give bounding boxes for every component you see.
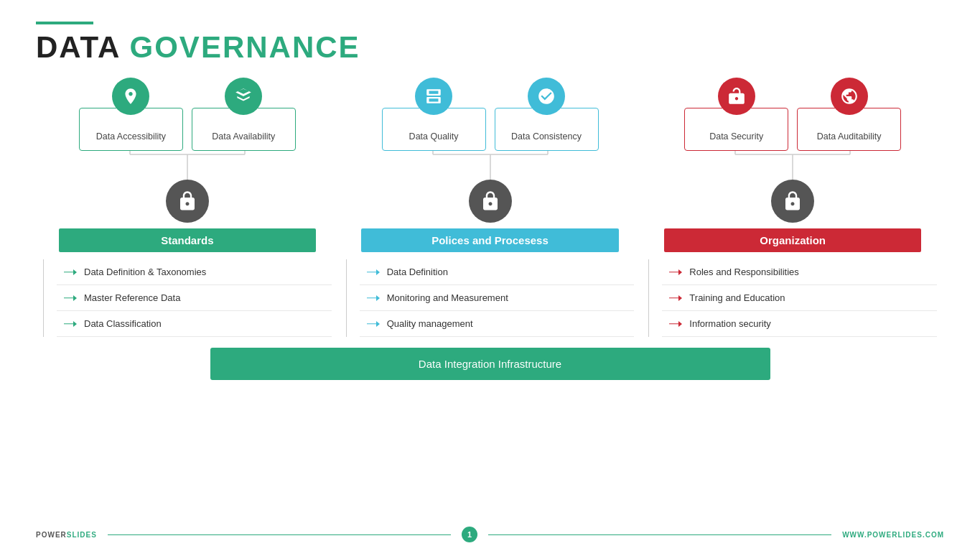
title-word-governance-text: GOVERNANCE xyxy=(130,30,360,64)
category-label-organization: Organization xyxy=(664,228,921,252)
list-item: Data Definition xyxy=(360,259,635,285)
slide: DATA GOVERNANCE Data Accessibility xyxy=(0,0,980,551)
top-cards-organization: Data Security Data Auditability xyxy=(684,78,901,151)
title-accent-line xyxy=(36,22,93,24)
connector-svg-standards xyxy=(73,151,302,180)
list-item: Quality management xyxy=(360,311,635,337)
arrow-icon-blue xyxy=(367,269,380,276)
connector-svg-policies xyxy=(375,151,605,180)
footer-line-left xyxy=(108,534,451,535)
lock-policies xyxy=(469,180,512,223)
bottom-bar: Data Integration Infrastructure xyxy=(210,348,770,380)
list-item: Master Reference Data xyxy=(57,285,332,311)
arrow-icon-blue xyxy=(367,295,380,302)
arrow-icon-red xyxy=(669,269,682,276)
list-policies: Data Definition Monitoring and Measureme… xyxy=(339,259,642,337)
title-area: DATA GOVERNANCE xyxy=(36,22,944,65)
arrow-icon-green xyxy=(64,295,77,302)
list-item-text: Roles and Responsibilities xyxy=(689,267,798,277)
column-standards: Data Accessibility Data Availability xyxy=(36,78,339,337)
card-data-consistency: Data Consistency xyxy=(495,78,599,151)
column-policies: Data Quality Data Consistency xyxy=(339,78,642,337)
footer-slides: SLIDES xyxy=(67,531,97,539)
list-item: Information security xyxy=(662,311,937,337)
column-organization: Data Security Data Auditability xyxy=(641,78,944,337)
footer-line-right xyxy=(488,534,831,535)
arrow-icon-red xyxy=(669,295,682,302)
list-item-text: Monitoring and Measurement xyxy=(387,292,508,303)
arrow-icon-green xyxy=(64,320,77,328)
data-quality-icon xyxy=(415,78,452,115)
data-availability-icon xyxy=(225,78,262,115)
lock-organization xyxy=(771,180,814,223)
list-item-text: Data Definition & Taxonomies xyxy=(84,267,206,277)
main-content: Data Accessibility Data Availability xyxy=(36,78,944,337)
footer-page-number: 1 xyxy=(462,527,477,542)
list-item-text: Training and Education xyxy=(689,292,785,303)
category-label-standards: Standards xyxy=(59,228,316,252)
footer: POWERSLIDES 1 WWW.POWERLIDES.COM xyxy=(36,527,944,542)
list-item: Data Definition & Taxonomies xyxy=(57,259,332,285)
card-data-auditability: Data Auditability xyxy=(797,78,901,151)
arrow-icon-blue xyxy=(367,320,380,328)
data-security-icon xyxy=(718,78,755,115)
list-organization: Roles and Responsibilities Training and … xyxy=(641,259,944,337)
top-cards-policies: Data Quality Data Consistency xyxy=(382,78,599,151)
data-accessibility-icon xyxy=(112,78,149,115)
title-word-data: DATA xyxy=(36,30,120,64)
lock-standards xyxy=(166,180,209,223)
card-data-accessibility: Data Accessibility xyxy=(79,78,183,151)
card-data-quality: Data Quality xyxy=(382,78,486,151)
footer-power: POWER xyxy=(36,531,67,539)
list-item-text: Quality management xyxy=(387,318,473,329)
list-item: Monitoring and Measurement xyxy=(360,285,635,311)
list-standards: Data Definition & Taxonomies Master Refe… xyxy=(36,259,339,337)
list-item-text: Master Reference Data xyxy=(84,292,180,303)
list-item: Roles and Responsibilities xyxy=(662,259,937,285)
data-auditability-icon xyxy=(831,78,868,115)
list-item-text: Data Classification xyxy=(84,318,162,329)
data-consistency-icon xyxy=(528,78,565,115)
card-data-security: Data Security xyxy=(684,78,788,151)
top-cards-standards: Data Accessibility Data Availability xyxy=(79,78,296,151)
connector-svg-organization xyxy=(678,151,907,180)
list-item: Data Classification xyxy=(57,311,332,337)
list-item-text: Information security xyxy=(689,318,770,329)
arrow-icon-green xyxy=(64,269,77,276)
list-item: Training and Education xyxy=(662,285,937,311)
card-data-availability: Data Availability xyxy=(192,78,296,151)
page-title: DATA GOVERNANCE xyxy=(36,30,944,65)
arrow-icon-red xyxy=(669,320,682,328)
list-item-text: Data Definition xyxy=(387,267,448,277)
category-label-policies: Polices and Procesess xyxy=(361,228,618,252)
footer-left: POWERSLIDES xyxy=(36,531,97,539)
footer-right: WWW.POWERLIDES.COM xyxy=(842,531,944,539)
